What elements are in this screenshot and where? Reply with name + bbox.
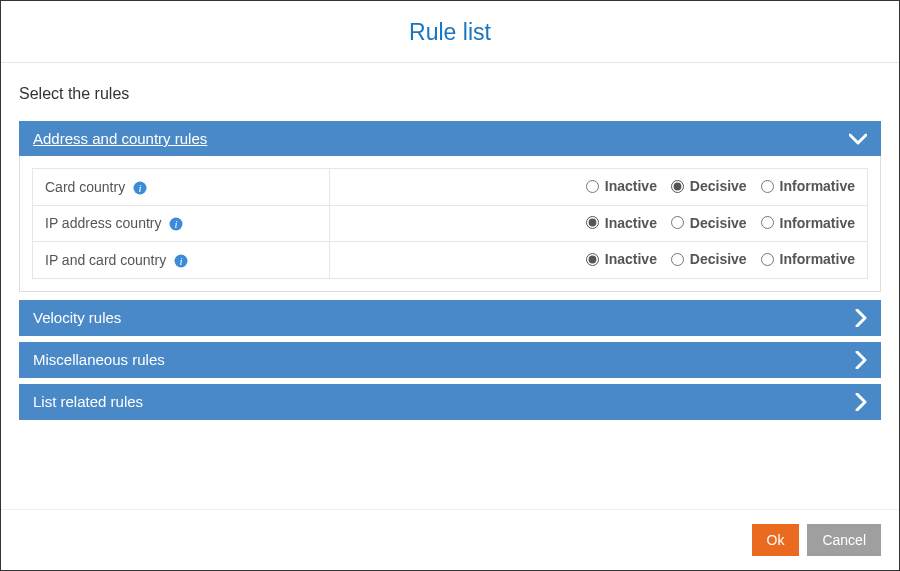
svg-text:i: i <box>139 182 142 194</box>
svg-text:i: i <box>175 218 178 230</box>
option-decisive[interactable]: Decisive <box>671 178 747 194</box>
radio-decisive[interactable] <box>671 180 684 193</box>
rules-table: Card country i Inactive Decisive Informa… <box>32 168 868 279</box>
section-label: Miscellaneous rules <box>33 351 165 368</box>
rule-name-cell: IP address country i <box>33 205 330 242</box>
option-inactive[interactable]: Inactive <box>586 251 657 267</box>
rule-row: Card country i Inactive Decisive Informa… <box>33 169 868 206</box>
rule-name: IP and card country <box>45 252 166 268</box>
ok-button[interactable]: Ok <box>752 524 800 556</box>
content-area: Select the rules Address and country rul… <box>1 63 899 509</box>
info-icon[interactable]: i <box>169 217 183 231</box>
chevron-down-icon <box>849 133 867 145</box>
rule-name-cell: IP and card country i <box>33 242 330 279</box>
rule-name-cell: Card country i <box>33 169 330 206</box>
section-header-list[interactable]: List related rules <box>19 384 881 420</box>
radio-informative[interactable] <box>761 253 774 266</box>
rule-row: IP address country i Inactive Decisive I… <box>33 205 868 242</box>
option-label: Decisive <box>690 215 747 231</box>
info-icon[interactable]: i <box>133 181 147 195</box>
option-label: Inactive <box>605 178 657 194</box>
option-inactive[interactable]: Inactive <box>586 215 657 231</box>
option-label: Inactive <box>605 251 657 267</box>
radio-inactive[interactable] <box>586 180 599 193</box>
section-header-misc[interactable]: Miscellaneous rules <box>19 342 881 378</box>
radio-informative[interactable] <box>761 180 774 193</box>
cancel-button[interactable]: Cancel <box>807 524 881 556</box>
option-label: Informative <box>780 215 855 231</box>
radio-inactive[interactable] <box>586 253 599 266</box>
rule-name: Card country <box>45 179 125 195</box>
chevron-right-icon <box>855 393 867 411</box>
section-panel-address: Card country i Inactive Decisive Informa… <box>19 156 881 292</box>
chevron-right-icon <box>855 309 867 327</box>
option-label: Inactive <box>605 215 657 231</box>
chevron-right-icon <box>855 351 867 369</box>
option-label: Informative <box>780 178 855 194</box>
footer: Ok Cancel <box>1 509 899 570</box>
radio-decisive[interactable] <box>671 216 684 229</box>
radio-inactive[interactable] <box>586 216 599 229</box>
svg-text:i: i <box>180 255 183 267</box>
rule-name: IP address country <box>45 215 161 231</box>
section-label: List related rules <box>33 393 143 410</box>
rule-row: IP and card country i Inactive Decisive … <box>33 242 868 279</box>
option-label: Decisive <box>690 178 747 194</box>
rule-options-cell: Inactive Decisive Informative <box>330 169 868 206</box>
option-decisive[interactable]: Decisive <box>671 251 747 267</box>
radio-decisive[interactable] <box>671 253 684 266</box>
radio-informative[interactable] <box>761 216 774 229</box>
option-inactive[interactable]: Inactive <box>586 178 657 194</box>
info-icon[interactable]: i <box>174 254 188 268</box>
option-decisive[interactable]: Decisive <box>671 215 747 231</box>
option-informative[interactable]: Informative <box>761 251 855 267</box>
option-label: Informative <box>780 251 855 267</box>
option-label: Decisive <box>690 251 747 267</box>
content-subtitle: Select the rules <box>19 85 881 103</box>
page-title: Rule list <box>1 19 899 46</box>
rule-options-cell: Inactive Decisive Informative <box>330 242 868 279</box>
section-label: Address and country rules <box>33 130 207 147</box>
section-label: Velocity rules <box>33 309 121 326</box>
option-informative[interactable]: Informative <box>761 178 855 194</box>
option-informative[interactable]: Informative <box>761 215 855 231</box>
section-header-address[interactable]: Address and country rules <box>19 121 881 156</box>
section-header-velocity[interactable]: Velocity rules <box>19 300 881 336</box>
rule-options-cell: Inactive Decisive Informative <box>330 205 868 242</box>
page-header: Rule list <box>1 1 899 63</box>
